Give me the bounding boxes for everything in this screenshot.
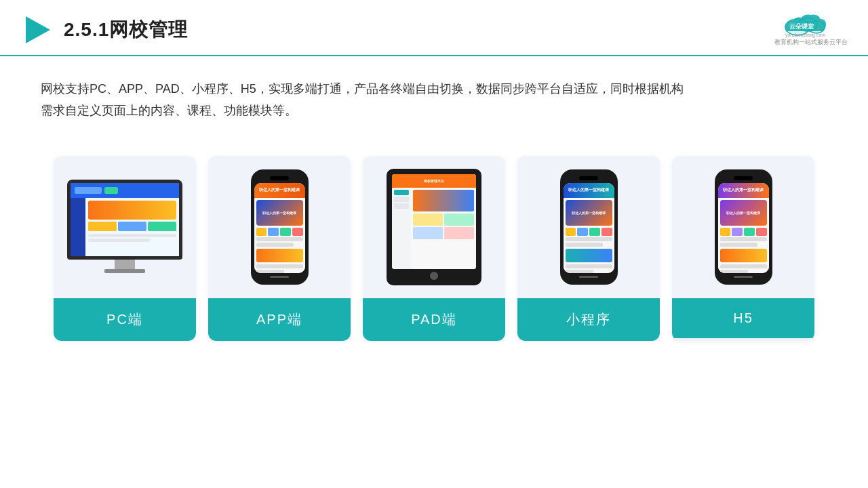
card-miniprogram-label: 小程序 xyxy=(517,298,660,341)
card-app-label: APP端 xyxy=(208,298,351,341)
svg-text:云朵课堂: 云朵课堂 xyxy=(789,23,814,30)
card-pad: 网校管理平台 xyxy=(363,156,505,341)
platform-cards: PC端 职达人的第一堂构建课 职达人的第一堂构建课 xyxy=(0,136,868,354)
brand-logo-icon: 云朵课堂 yunduoketang.com xyxy=(777,12,845,38)
card-miniprogram-image: 职达人的第一堂构建课 职达人的第一堂构建课 xyxy=(517,156,660,298)
description-content: 网校支持PC、APP、PAD、小程序、H5，实现多端打通，产品各终端自由切换，数… xyxy=(41,82,684,96)
page-title: 2.5.1网校管理 xyxy=(64,17,188,43)
card-pad-label: PAD端 xyxy=(363,298,505,341)
description-content-2: 需求自定义页面上的内容、课程、功能模块等。 xyxy=(41,104,297,117)
phone-app-icon: 职达人的第一堂构建课 职达人的第一堂构建课 xyxy=(251,169,309,285)
card-pc-image xyxy=(54,156,196,298)
card-app-image: 职达人的第一堂构建课 职达人的第一堂构建课 xyxy=(208,156,351,298)
svg-text:yunduoketang.com: yunduoketang.com xyxy=(785,33,825,38)
play-icon xyxy=(20,14,53,46)
card-app: 职达人的第一堂构建课 职达人的第一堂构建课 xyxy=(208,156,351,341)
card-h5-label: H5 xyxy=(672,298,814,338)
card-h5: 职达人的第一堂构建课 职达人的第一堂构建课 xyxy=(672,156,814,341)
card-h5-image: 职达人的第一堂构建课 职达人的第一堂构建课 xyxy=(672,156,814,298)
tablet-icon: 网校管理平台 xyxy=(387,169,481,285)
page-header: 2.5.1网校管理 云朵课堂 yunduoketang.com 教育机构一站式服… xyxy=(0,0,868,56)
card-pc: PC端 xyxy=(54,156,196,341)
header-left: 2.5.1网校管理 xyxy=(20,14,188,46)
logo-tagline: 教育机构一站式服务云平台 xyxy=(774,38,848,47)
phone-miniprogram-icon: 职达人的第一堂构建课 职达人的第一堂构建课 xyxy=(560,169,618,285)
description-text: 网校支持PC、APP、PAD、小程序、H5，实现多端打通，产品各终端自由切换，数… xyxy=(0,56,868,129)
card-miniprogram: 职达人的第一堂构建课 职达人的第一堂构建课 xyxy=(517,156,660,341)
logo-area: 云朵课堂 yunduoketang.com 教育机构一站式服务云平台 xyxy=(774,12,848,47)
phone-h5-icon: 职达人的第一堂构建课 职达人的第一堂构建课 xyxy=(715,169,772,285)
card-pc-label: PC端 xyxy=(54,298,196,341)
card-pad-image: 网校管理平台 xyxy=(363,156,505,298)
pc-monitor-icon xyxy=(67,180,182,274)
svg-marker-0 xyxy=(26,16,50,43)
